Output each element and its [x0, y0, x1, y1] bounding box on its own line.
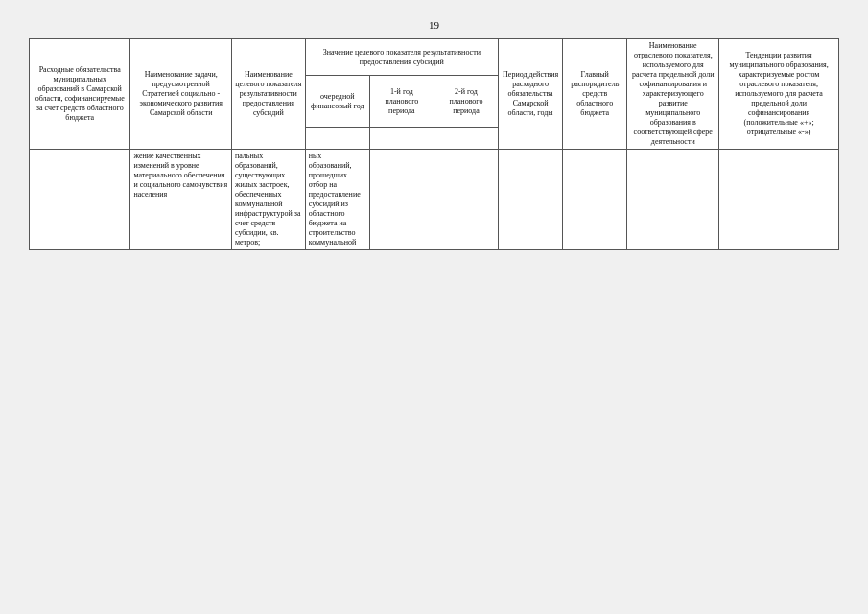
body-col8	[719, 150, 839, 250]
body-col4a: ных образований, прошедших отбор на пред…	[305, 150, 369, 250]
header-col4a: очередной финансовый год	[305, 76, 369, 128]
main-table: Расходные обязательства муниципальных об…	[29, 38, 839, 250]
header-col4c: 2-й год планового периода	[434, 76, 498, 128]
header-col8: Тенденции развития муниципального образо…	[719, 39, 839, 150]
body-col1	[30, 150, 130, 250]
header-col5: Период действия расходного обязательства…	[499, 39, 563, 150]
body-col4c	[434, 150, 498, 250]
main-table-wrapper: Расходные обязательства муниципальных об…	[29, 38, 839, 250]
body-col6	[563, 150, 627, 250]
page-number: 19	[429, 19, 439, 31]
header-col2: Наименование задачи, предусмотренной Стр…	[130, 39, 231, 150]
header-col3: Наименование целевого показателя результ…	[231, 39, 305, 150]
header-row-1: Расходные обязательства муниципальных об…	[30, 39, 839, 76]
header-sub-col4a-empty	[305, 127, 369, 149]
header-sub-col4b-empty	[369, 127, 434, 149]
header-col1: Расходные обязательства муниципальных об…	[30, 39, 130, 150]
body-col7	[627, 150, 719, 250]
body-col5	[499, 150, 563, 250]
body-col4b	[369, 150, 434, 250]
body-row-1: жение качественных изменений в уровне ма…	[30, 150, 839, 250]
header-col6: Главный распорядитель средств областного…	[563, 39, 627, 150]
body-col3: пальных образований, существующих жилых …	[231, 150, 305, 250]
header-col7: Наименование отраслевого показателя, исп…	[627, 39, 719, 150]
header-col4b: 1-й год планового периода	[369, 76, 434, 128]
header-col4-group: Значение целевого показателя результатив…	[305, 39, 498, 76]
body-col2: жение качественных изменений в уровне ма…	[130, 150, 231, 250]
header-sub-col4c-empty	[434, 127, 498, 149]
